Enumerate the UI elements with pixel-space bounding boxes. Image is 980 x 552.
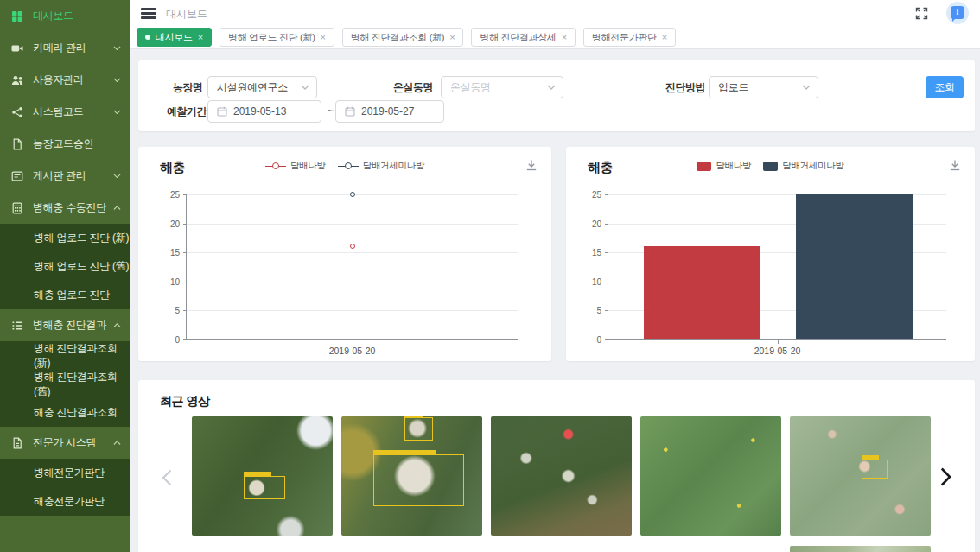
carousel-next-icon[interactable] — [940, 467, 951, 486]
legend-item[interactable]: 담배나방 — [697, 160, 751, 172]
legend-item[interactable]: 담배거세미나방 — [763, 160, 843, 172]
farm-select[interactable]: 시설원예연구소 — [207, 76, 317, 98]
x-axis-tick-label: 2019-05-20 — [754, 346, 801, 356]
sidebar-submenu: 병해 진단결과조회 (新)병해 진단결과조회 (舊)해충 진단결과조회 — [0, 341, 130, 427]
hamburger-menu-icon[interactable] — [141, 8, 156, 19]
tomato-leaf-photo-2[interactable] — [341, 416, 482, 536]
carousel-prev-icon[interactable] — [162, 469, 172, 486]
sidebar-item-1[interactable]: 카메라 관리 — [0, 32, 130, 64]
sidebar-subitem[interactable]: 병해 업로드 진단 (舊) — [0, 252, 130, 281]
bulletin-board-icon — [11, 170, 23, 182]
legend-swatch — [763, 162, 778, 171]
sidebar-item-7[interactable]: 병해충 진단결과 — [0, 309, 130, 341]
chart-plot-area: 05101520252019-05-20 — [608, 194, 946, 340]
sidebar-subitem[interactable]: 해충 업로드 진단 — [0, 281, 130, 309]
recent-images-title: 최근 영상 — [160, 394, 209, 409]
tomato-leaf-photo-1[interactable] — [192, 416, 333, 536]
detection-box — [862, 460, 888, 479]
tomato-plant-photo-4[interactable] — [640, 416, 781, 536]
sidebar-item-0[interactable]: 대시보드 — [0, 0, 130, 32]
photo-carousel — [192, 416, 931, 536]
method-label: 진단방법 — [665, 80, 705, 95]
gridline — [187, 282, 518, 282]
detection-box — [404, 417, 433, 441]
detection-box — [373, 454, 464, 506]
tomato-leaf-photo-5[interactable] — [790, 416, 931, 536]
sidebar-item-8[interactable]: 전문가 시스템 — [0, 427, 130, 459]
y-axis-tick — [605, 252, 608, 253]
sidebar-subitem[interactable]: 병해전문가판단 — [0, 459, 130, 487]
y-axis-tick — [605, 339, 608, 340]
legend-label: 담배거세미나방 — [363, 160, 424, 172]
y-axis-tick-label: 15 — [156, 248, 180, 257]
sidebar-item-6[interactable]: 병해충 수동진단 — [0, 192, 130, 224]
legend-item[interactable]: 담배나방 — [265, 160, 326, 172]
sidebar-item-label: 사용자관리 — [33, 73, 113, 87]
bar-담배나방[interactable] — [644, 246, 760, 339]
legend-label: 담배나방 — [290, 160, 326, 172]
sidebar-item-4[interactable]: 농장코드승인 — [0, 128, 130, 160]
dashboard-icon — [11, 10, 23, 22]
legend-label: 담배나방 — [716, 160, 751, 172]
chart-legend: 담배나방담배거세미나방 — [138, 160, 551, 172]
x-axis-tick-label: 2019-05-20 — [329, 346, 376, 356]
sidebar-subitem[interactable]: 병해 진단결과조회 (新) — [0, 341, 130, 370]
bar-담배거세미나방[interactable] — [796, 194, 913, 339]
y-axis-tick — [183, 282, 187, 282]
sidebar-item-5[interactable]: 게시판 관리 — [0, 160, 130, 192]
sidebar-subitem[interactable]: 해충 진단결과조회 — [0, 398, 130, 427]
tab-3[interactable]: 병해 진단결과상세× — [471, 28, 575, 47]
users-icon — [11, 74, 23, 86]
fullscreen-icon[interactable] — [915, 7, 928, 20]
chevron-down-icon — [113, 46, 121, 51]
search-button[interactable]: 조회 — [926, 76, 964, 98]
y-axis-tick — [183, 194, 187, 195]
y-axis-tick-label: 5 — [577, 306, 601, 315]
diagnosis-result-icon — [11, 320, 23, 332]
sidebar-subitem[interactable]: 해충전문가판단 — [0, 487, 130, 516]
tomato-leaf-photo-3[interactable] — [491, 416, 632, 536]
y-axis-tick-label: 0 — [156, 335, 180, 345]
tab-close-icon[interactable]: × — [198, 33, 203, 42]
y-axis-tick-label: 0 — [577, 335, 601, 345]
greenhouse-select[interactable]: 온실동명 — [441, 76, 563, 98]
sidebar-subitem[interactable]: 병해 업로드 진단 (新) — [0, 224, 130, 252]
sidebar-item-3[interactable]: 시스템코드 — [0, 96, 130, 128]
period-to-input[interactable]: 2019-05-27 — [335, 100, 444, 123]
tab-close-icon[interactable]: × — [449, 33, 455, 42]
tab-label: 병해전문가판단 — [592, 31, 657, 44]
tab-2[interactable]: 병해 진단결과조회 (新)× — [342, 28, 464, 47]
tab-close-icon[interactable]: × — [321, 33, 326, 42]
y-axis-tick — [183, 310, 187, 311]
tab-close-icon[interactable]: × — [662, 33, 667, 42]
tab-close-icon[interactable]: × — [562, 33, 567, 42]
legend-label: 담배거세미나방 — [782, 160, 843, 172]
data-point-담배거세미나방[interactable] — [350, 192, 355, 197]
gridline — [187, 252, 518, 253]
legend-line-marker — [265, 162, 286, 170]
legend-item[interactable]: 담배거세미나방 — [338, 160, 424, 172]
download-icon[interactable] — [949, 159, 961, 171]
method-select[interactable]: 업로드 — [709, 76, 818, 98]
period-from-input[interactable]: 2019-05-13 — [207, 100, 321, 123]
filter-panel: 농장명 시설원예연구소 온실동명 온실동명 진단방법 업로드 조회 예찰기간 2… — [138, 60, 975, 131]
sidebar-subitem[interactable]: 병해 진단결과조회 (舊) — [0, 370, 130, 398]
sidebar-item-label: 병해충 진단결과 — [33, 318, 113, 333]
detection-box — [244, 476, 285, 499]
y-axis-tick-label: 5 — [156, 306, 180, 315]
tab-4[interactable]: 병해전문가판단× — [583, 28, 676, 47]
data-point-담배나방[interactable] — [350, 244, 355, 249]
tab-0[interactable]: 대시보드× — [137, 28, 212, 47]
calendar-icon — [217, 106, 227, 117]
chevron-down-icon — [547, 85, 556, 90]
sidebar-item-2[interactable]: 사용자관리 — [0, 64, 130, 96]
plant-photo-partial[interactable] — [790, 546, 931, 552]
sidebar-item-label: 게시판 관리 — [33, 168, 113, 183]
chat-info-icon[interactable] — [946, 2, 969, 24]
download-icon[interactable] — [525, 159, 538, 171]
gridline — [187, 310, 518, 311]
tab-1[interactable]: 병해 업로드 진단 (新)× — [220, 28, 334, 47]
tab-label: 대시보드 — [156, 31, 193, 44]
chevron-up-icon — [113, 323, 121, 328]
chart-legend: 담배나방담배거세미나방 — [566, 160, 975, 172]
